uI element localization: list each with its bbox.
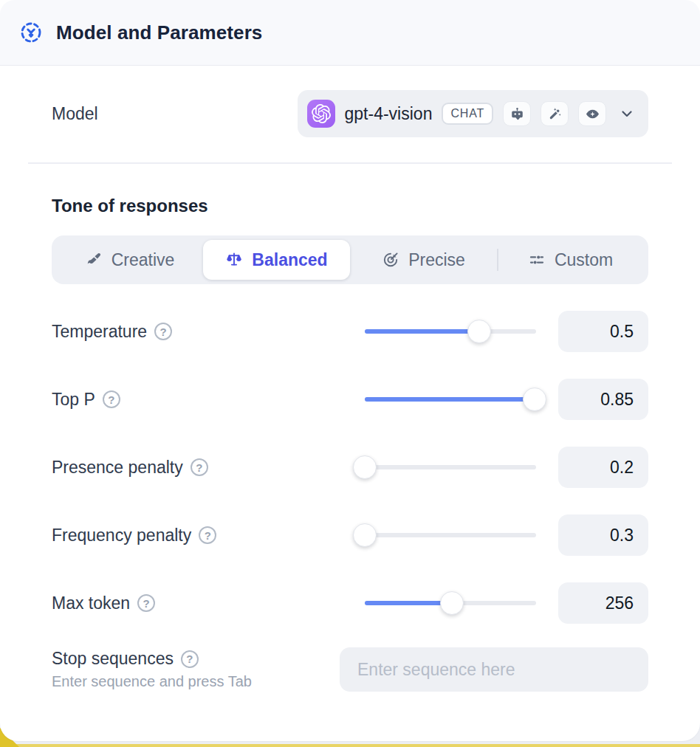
tab-creative[interactable]: Creative xyxy=(56,240,203,280)
top-p-label: Top P ? xyxy=(52,390,343,410)
max-token-label: Max token ? xyxy=(52,593,343,613)
target-icon xyxy=(382,251,399,269)
stop-sequences-row: Stop sequences ? Enter sequence and pres… xyxy=(52,647,648,692)
slider-thumb[interactable] xyxy=(353,455,377,479)
param-row-temperature: Temperature ? 0.5 xyxy=(52,308,648,355)
tab-precise[interactable]: Precise xyxy=(350,240,497,280)
help-icon[interactable]: ? xyxy=(154,323,172,340)
magic-wand-capability-icon xyxy=(541,101,569,126)
chat-type-badge: CHAT xyxy=(442,103,493,125)
stop-sequences-label: Stop sequences ? xyxy=(52,649,252,669)
paintbrush-icon xyxy=(85,251,103,269)
help-icon[interactable]: ? xyxy=(137,594,155,612)
tab-balanced[interactable]: Balanced xyxy=(203,240,350,280)
slider-fill xyxy=(365,601,452,605)
tab-label: Balanced xyxy=(252,250,327,270)
stop-sequences-hint: Enter sequence and press Tab xyxy=(52,673,252,690)
slider-fill xyxy=(365,329,479,334)
openai-logo-icon xyxy=(307,100,335,128)
chevron-down-icon xyxy=(619,106,635,122)
panel-body: Model gpt-4-vision CHAT xyxy=(0,66,700,692)
slider-thumb[interactable] xyxy=(523,388,546,411)
vision-capability-icon xyxy=(578,101,606,126)
model-label: Model xyxy=(52,104,98,124)
temperature-value[interactable]: 0.5 xyxy=(558,311,648,352)
presence-penalty-slider[interactable] xyxy=(365,455,536,479)
model-row: Model gpt-4-vision CHAT xyxy=(52,90,648,137)
panel-header: Model and Parameters xyxy=(0,0,700,66)
ai-model-icon xyxy=(19,21,43,44)
slider-thumb[interactable] xyxy=(467,320,491,343)
chatbot-capability-icon xyxy=(503,101,531,126)
param-row-top-p: Top P ? 0.85 xyxy=(52,376,648,423)
top-p-slider[interactable] xyxy=(365,388,536,411)
stop-sequences-label-block: Stop sequences ? Enter sequence and pres… xyxy=(52,649,252,690)
top-p-value[interactable]: 0.85 xyxy=(558,379,648,420)
tab-custom[interactable]: Custom xyxy=(497,240,644,280)
max-token-slider[interactable] xyxy=(365,591,536,615)
slider-track xyxy=(365,465,536,469)
temperature-slider[interactable] xyxy=(365,320,536,343)
slider-thumb[interactable] xyxy=(440,591,464,615)
presence-penalty-label: Presence penalty ? xyxy=(52,458,343,478)
bottom-yellow-strip xyxy=(0,744,700,747)
page-title: Model and Parameters xyxy=(56,21,262,44)
param-row-max-token: Max token ? 256 xyxy=(52,579,648,627)
help-icon[interactable]: ? xyxy=(199,526,216,544)
tab-label: Creative xyxy=(111,250,175,270)
frequency-penalty-label: Frequency penalty ? xyxy=(52,526,343,545)
presence-penalty-value[interactable]: 0.2 xyxy=(558,447,648,488)
model-select-dropdown[interactable]: gpt-4-vision CHAT xyxy=(298,90,648,137)
tone-section-title: Tone of responses xyxy=(52,196,648,216)
param-row-frequency-penalty: Frequency penalty ? 0.3 xyxy=(52,512,648,559)
param-row-presence-penalty: Presence penalty ? 0.2 xyxy=(52,444,648,491)
temperature-label: Temperature ? xyxy=(52,322,343,342)
tab-label: Custom xyxy=(555,250,613,270)
help-icon[interactable]: ? xyxy=(181,650,199,668)
help-icon[interactable]: ? xyxy=(103,390,120,408)
help-icon[interactable]: ? xyxy=(191,458,208,476)
slider-track xyxy=(365,533,536,537)
frequency-penalty-slider[interactable] xyxy=(365,523,536,547)
parameters-list: Temperature ? 0.5 Top P ? xyxy=(52,308,648,627)
max-token-value[interactable]: 256 xyxy=(558,582,648,624)
slider-fill xyxy=(365,397,535,402)
model-and-parameters-panel: Model and Parameters Model gpt-4-vision … xyxy=(0,0,700,741)
balance-scale-icon xyxy=(225,251,243,269)
sliders-icon xyxy=(528,251,546,269)
tab-label: Precise xyxy=(408,250,465,270)
stop-sequence-input[interactable] xyxy=(340,647,648,692)
selected-model-name: gpt-4-vision xyxy=(345,104,433,124)
section-divider xyxy=(28,162,672,164)
slider-thumb[interactable] xyxy=(353,523,377,547)
frequency-penalty-value[interactable]: 0.3 xyxy=(558,514,648,556)
tone-segmented-control: Creative Balanced Pre xyxy=(52,235,648,284)
